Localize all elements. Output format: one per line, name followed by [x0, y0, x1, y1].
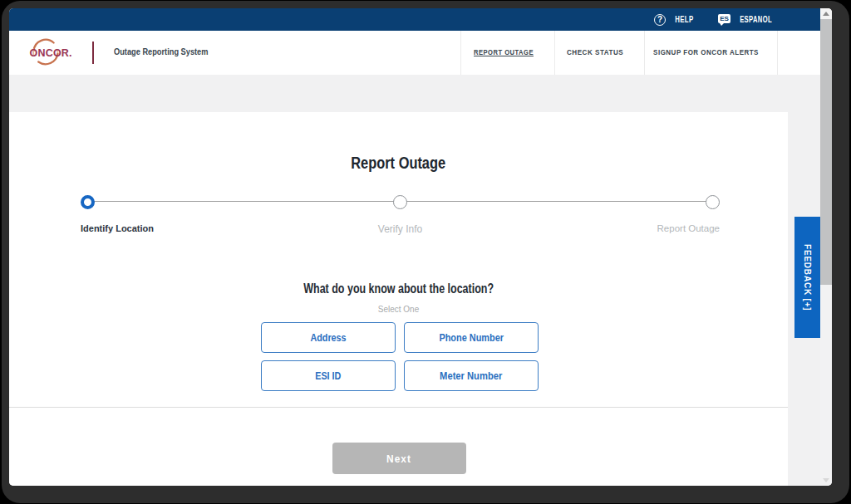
svg-text:ONCOR.: ONCOR.	[30, 47, 72, 59]
